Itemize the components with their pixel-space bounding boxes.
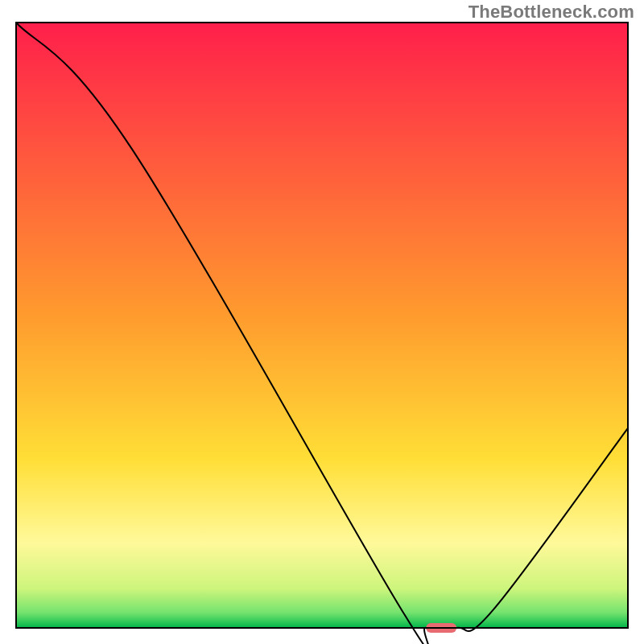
bottleneck-chart: TheBottleneck.com (0, 0, 644, 644)
chart-svg (0, 0, 644, 644)
watermark-text: TheBottleneck.com (469, 2, 634, 23)
